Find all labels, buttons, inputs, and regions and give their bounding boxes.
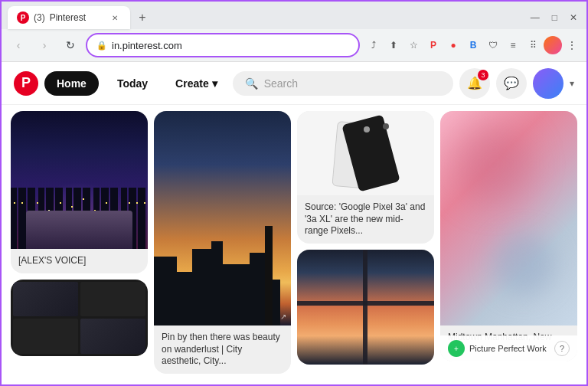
green-circle-icon: + — [448, 340, 465, 357]
user-avatar[interactable] — [533, 68, 564, 99]
nav-create-button[interactable]: Create ▾ — [166, 71, 227, 96]
ext-shield-blue-icon[interactable]: B — [464, 36, 482, 54]
pin-window-sunset[interactable] — [297, 250, 434, 365]
picture-perfect-text: Picture Perfect Work — [469, 344, 547, 353]
grid-column-4: 0:08 Midtown Manhattan, New Yo... + Pict… — [440, 111, 577, 382]
pinterest-grid: [ALEX'S VOICE] — [2, 105, 586, 386]
question-mark-icon[interactable]: ? — [554, 341, 570, 356]
pin-caption: Pin by then there was beauty on wanderlu… — [154, 325, 291, 374]
address-bar-row: ‹ › ↻ 🔒 in.pinterest.com ⤴ ⬆ ☆ P ● B 🛡 ≡… — [2, 29, 586, 61]
pin-caption: [ALEX'S VOICE] — [11, 249, 148, 273]
grid-column-2: ↗ Pin by then there was beauty on wander… — [154, 111, 291, 382]
messages-button[interactable]: 💬 — [496, 68, 527, 99]
picture-perfect-card[interactable]: + Picture Perfect Work ? — [440, 335, 577, 361]
window-maximize[interactable]: □ — [552, 12, 557, 23]
grid-column-3: Source: 'Google Pixel 3a' and '3a XL' ar… — [297, 111, 434, 382]
reload-button[interactable]: ↻ — [60, 34, 81, 56]
browser-menu-button[interactable]: ⋮ — [564, 36, 580, 54]
create-chevron-icon: ▾ — [212, 77, 217, 90]
tab-badge: (3) — [34, 12, 45, 23]
ext-star-icon[interactable]: ☆ — [404, 36, 423, 54]
back-button[interactable]: ‹ — [8, 34, 29, 56]
pinterest-search-bar[interactable]: 🔍 Search — [233, 71, 453, 96]
nav-home-button[interactable]: Home — [44, 71, 99, 96]
pin-google-pixel[interactable]: Source: 'Google Pixel 3a' and '3a XL' ar… — [297, 111, 434, 244]
tab-bar: P (3) Pinterest ✕ + — □ ✕ — [2, 2, 586, 29]
pinterest-content: P Home Today Create ▾ 🔍 Search 🔔 3 💬 ▾ — [2, 62, 586, 386]
ext-screen-icon[interactable]: ⤴ — [364, 36, 383, 54]
window-minimize[interactable]: — — [531, 12, 540, 23]
search-icon: 🔍 — [245, 77, 258, 90]
lock-icon: 🔒 — [96, 41, 107, 51]
pin-dark-windows[interactable] — [11, 280, 148, 356]
profile-avatar[interactable] — [544, 36, 562, 54]
grid-column-1: [ALEX'S VOICE] — [11, 111, 148, 382]
ext-dot-icon[interactable]: ● — [444, 36, 462, 54]
forward-button[interactable]: › — [34, 34, 55, 56]
browser-chrome: P (3) Pinterest ✕ + — □ ✕ ‹ › ↻ 🔒 in.pin… — [2, 2, 586, 62]
tab-title: Pinterest — [50, 12, 86, 23]
tab-favicon: P — [17, 11, 29, 24]
address-text: in.pinterest.com — [112, 40, 349, 51]
search-placeholder: Search — [264, 77, 298, 90]
window-close[interactable]: ✕ — [570, 12, 577, 23]
pin-manhattan[interactable]: 0:08 Midtown Manhattan, New Yo... + Pict… — [440, 111, 577, 361]
notification-button[interactable]: 🔔 3 — [459, 68, 490, 99]
tab-close-button[interactable]: ✕ — [109, 11, 121, 24]
message-icon: 💬 — [504, 76, 519, 90]
pinterest-logo[interactable]: P — [14, 71, 38, 96]
new-tab-button[interactable]: + — [133, 8, 152, 27]
nav-icons-right: 🔔 3 💬 ▾ — [459, 68, 574, 99]
pin-city-night[interactable]: [ALEX'S VOICE] — [11, 111, 148, 273]
window-controls: — □ ✕ — [531, 12, 580, 23]
ext-puzzle-icon[interactable]: ⠿ — [524, 36, 542, 54]
ext-pocket-icon[interactable]: P — [424, 36, 443, 54]
address-bar[interactable]: 🔒 in.pinterest.com — [86, 33, 360, 57]
nav-today-button[interactable]: Today — [105, 71, 160, 96]
pin-caption: Source: 'Google Pixel 3a' and '3a XL' ar… — [297, 195, 434, 244]
ext-share-icon[interactable]: ⬆ — [384, 36, 403, 54]
extension-icons: ⤴ ⬆ ☆ P ● B 🛡 ≡ ⠿ ⋮ — [364, 36, 580, 54]
active-tab[interactable]: P (3) Pinterest ✕ — [8, 6, 130, 29]
pinterest-nav: P Home Today Create ▾ 🔍 Search 🔔 3 💬 ▾ — [2, 62, 586, 105]
ext-shield-icon[interactable]: 🛡 — [484, 36, 502, 54]
user-menu-chevron-icon[interactable]: ▾ — [570, 78, 574, 89]
ext-menu-icon[interactable]: ≡ — [504, 36, 522, 54]
notification-badge: 3 — [478, 70, 488, 80]
pin-city-dusk[interactable]: ↗ Pin by then there was beauty on wander… — [154, 111, 291, 374]
